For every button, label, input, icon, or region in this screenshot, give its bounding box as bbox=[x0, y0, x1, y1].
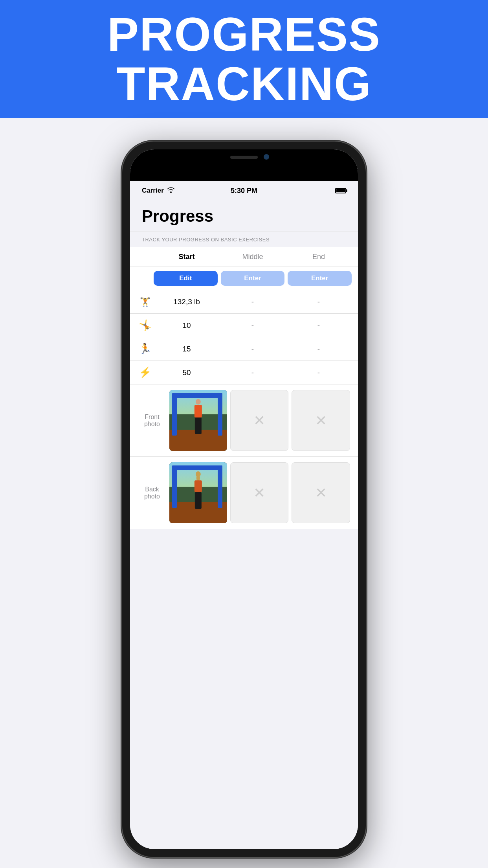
front-photo-middle[interactable]: ✕ bbox=[230, 390, 289, 451]
front-photo-label: Frontphoto bbox=[136, 414, 168, 428]
cardio-start-value: 50 bbox=[154, 368, 220, 377]
col-middle-header: Middle bbox=[220, 253, 286, 261]
notch bbox=[213, 149, 275, 161]
col-start-header: Start bbox=[154, 253, 220, 261]
cardio-middle-value: - bbox=[220, 368, 286, 377]
notch-area bbox=[130, 149, 358, 181]
button-row: Edit Enter Enter bbox=[130, 267, 358, 290]
weight-icon: 🏋️ bbox=[136, 297, 154, 307]
status-time: 5:30 PM bbox=[231, 187, 257, 195]
empty-photo-x: ✕ bbox=[315, 485, 327, 501]
pushup-middle-value: - bbox=[220, 345, 286, 353]
pullup-start-value: 10 bbox=[154, 321, 220, 330]
back-photo-middle[interactable]: ✕ bbox=[230, 462, 289, 523]
front-photo-start[interactable] bbox=[169, 390, 227, 451]
speaker bbox=[230, 156, 258, 159]
front-photo-end[interactable]: ✕ bbox=[292, 390, 350, 451]
weight-start-value: 132,3 lb bbox=[154, 298, 220, 306]
section-header: TRACK YOUR PROGRESS ON BASIC EXERCISES bbox=[130, 232, 358, 247]
back-photo-start[interactable] bbox=[169, 462, 227, 523]
empty-photo-x: ✕ bbox=[253, 485, 265, 501]
weight-end-value: - bbox=[286, 298, 352, 306]
carrier-text: Carrier bbox=[142, 187, 164, 195]
pushup-row: 🏃 15 - - bbox=[130, 337, 358, 361]
pullup-icon: 🤸 bbox=[136, 319, 154, 331]
empty-photo-x: ✕ bbox=[315, 412, 327, 429]
status-left: Carrier bbox=[142, 187, 175, 195]
col-end-header: End bbox=[286, 253, 352, 261]
cardio-end-value: - bbox=[286, 368, 352, 377]
wifi-icon bbox=[167, 187, 175, 195]
enter-end-button[interactable]: Enter bbox=[288, 271, 352, 286]
progress-table: Start Middle End Edit Enter Enter 🏋️ bbox=[130, 247, 358, 529]
enter-middle-button[interactable]: Enter bbox=[221, 271, 285, 286]
pushup-end-value: - bbox=[286, 345, 352, 353]
main-area: Carrier 5:30 PM bbox=[0, 118, 488, 868]
cardio-row: ⚡ 50 - - bbox=[130, 361, 358, 384]
pushup-start-value: 15 bbox=[154, 345, 220, 353]
page-title: Progress bbox=[142, 207, 213, 226]
battery-icon bbox=[335, 188, 346, 193]
content-area[interactable]: TRACK YOUR PROGRESS ON BASIC EXERCISES S… bbox=[130, 232, 358, 849]
cardio-icon: ⚡ bbox=[136, 366, 154, 379]
weight-middle-value: - bbox=[220, 298, 286, 306]
back-photo-row: Backphoto bbox=[130, 457, 358, 529]
front-photo-row: Frontphoto bbox=[130, 384, 358, 457]
pullup-end-value: - bbox=[286, 321, 352, 330]
nav-bar: Progress bbox=[130, 200, 358, 232]
pushup-icon: 🏃 bbox=[136, 343, 154, 355]
phone-screen: Carrier 5:30 PM bbox=[130, 149, 358, 849]
status-right bbox=[335, 188, 346, 193]
table-header-row: Start Middle End bbox=[130, 247, 358, 267]
header-banner: PROGRESS TRACKING bbox=[0, 0, 488, 118]
pullup-row: 🤸 10 - - bbox=[130, 314, 358, 337]
edit-button[interactable]: Edit bbox=[154, 271, 218, 286]
weight-row: 🏋️ 132,3 lb - - bbox=[130, 290, 358, 314]
pullup-middle-value: - bbox=[220, 321, 286, 330]
phone-mockup: Carrier 5:30 PM bbox=[122, 142, 366, 857]
battery-fill bbox=[336, 189, 345, 192]
front-camera bbox=[264, 154, 269, 160]
back-photo-label: Backphoto bbox=[136, 486, 168, 500]
status-bar: Carrier 5:30 PM bbox=[130, 181, 358, 200]
header-title: PROGRESS TRACKING bbox=[107, 9, 381, 108]
empty-photo-x: ✕ bbox=[253, 412, 265, 429]
back-photo-end[interactable]: ✕ bbox=[292, 462, 350, 523]
